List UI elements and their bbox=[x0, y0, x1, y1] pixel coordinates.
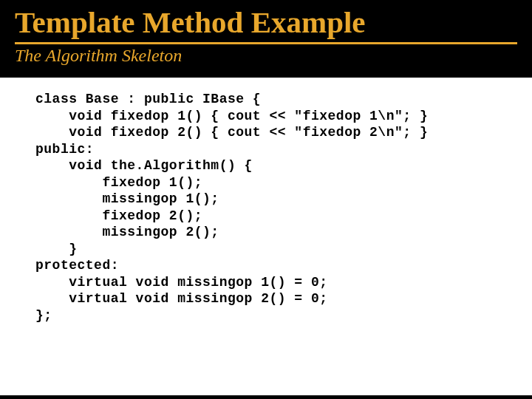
slide-subtitle: The Algorithm Skeleton bbox=[0, 44, 532, 66]
slide-title: Template Method Example bbox=[0, 0, 532, 39]
code-block: class Base : public IBase { void fixedop… bbox=[0, 91, 532, 324]
code-area: class Base : public IBase { void fixedop… bbox=[0, 78, 532, 395]
slide: Template Method Example The Algorithm Sk… bbox=[0, 0, 532, 399]
